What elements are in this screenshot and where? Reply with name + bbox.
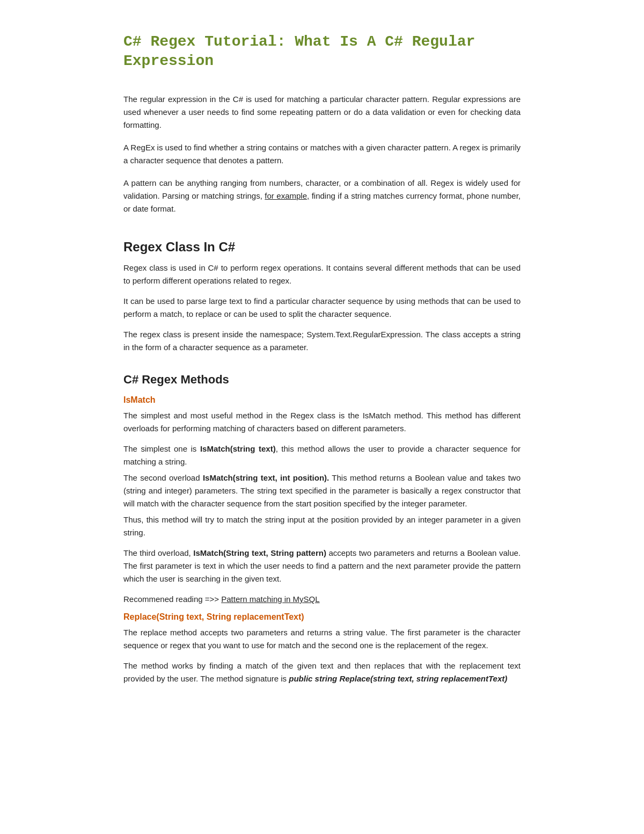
recommended-link[interactable]: Pattern matching in MySQL — [221, 594, 319, 604]
ismatch-p1: The simplest and most useful method in t… — [123, 409, 521, 435]
regex-class-p3: The regex class is present inside the na… — [123, 328, 521, 354]
replace-p2: The method works by finding a match of t… — [123, 659, 521, 685]
main-title: C# Regex Tutorial: What Is A C# Regular … — [123, 32, 521, 71]
intro-p2: A RegEx is used to find whether a string… — [123, 141, 521, 167]
ismatch-p5-start: The third overload, — [123, 548, 193, 557]
ismatch-p3-start: The second overload — [123, 473, 203, 482]
regex-class-title: Regex Class In C# — [123, 237, 521, 257]
intro-p1: The regular expression in the C# is used… — [123, 93, 521, 132]
ismatch-p5: The third overload, IsMatch(String text,… — [123, 547, 521, 585]
regex-class-p2: It can be used to parse large text to fi… — [123, 295, 521, 321]
ismatch-p4: Thus, this method will try to match the … — [123, 513, 521, 539]
ismatch-p3-bold: IsMatch(string text, int position). — [203, 473, 329, 482]
ismatch-p3: The second overload IsMatch(string text,… — [123, 472, 521, 510]
intro-p3-link: for example, — [265, 191, 309, 200]
regex-class-p1: Regex class is used in C# to perform reg… — [123, 262, 521, 287]
replace-p1: The replace method accepts two parameter… — [123, 626, 521, 652]
ismatch-p5-bold: IsMatch(String text, String pattern) — [193, 548, 326, 557]
replace-p2-bold: public string Replace(string text, strin… — [289, 674, 507, 683]
replace-title: Replace(String text, String replacementT… — [123, 610, 521, 624]
recommended-label: Recommened reading =>> — [123, 594, 221, 604]
ismatch-title: IsMatch — [123, 393, 521, 407]
page-container: C# Regex Tutorial: What Is A C# Regular … — [80, 0, 564, 736]
ismatch-p2-start: The simplest one is — [123, 444, 200, 453]
ismatch-p2: The simplest one is IsMatch(string text)… — [123, 443, 521, 468]
ismatch-p2-bold: IsMatch(string text) — [200, 444, 276, 453]
regex-methods-title: C# Regex Methods — [123, 370, 521, 389]
recommended-reading: Recommened reading =>> Pattern matching … — [123, 593, 521, 606]
intro-p3: A pattern can be anything ranging from n… — [123, 177, 521, 215]
